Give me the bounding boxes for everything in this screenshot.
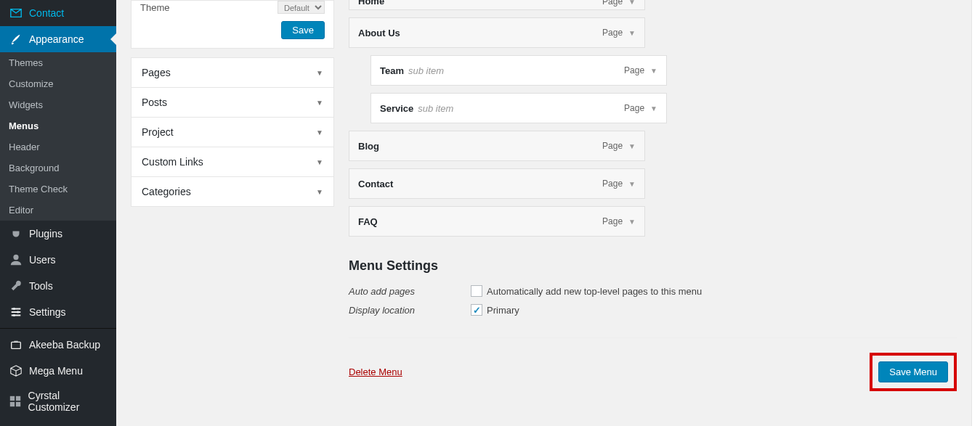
sidebar-item-cyrstal[interactable]: Cyrstal Customizer bbox=[0, 384, 116, 419]
svg-rect-7 bbox=[10, 402, 15, 406]
caret-down-icon[interactable]: ▼ bbox=[628, 29, 636, 37]
menu-item-home[interactable]: Home Page▼ bbox=[349, 0, 645, 10]
menu-item-title: FAQ bbox=[358, 216, 378, 227]
accordion-label: Pages bbox=[142, 67, 171, 78]
delete-menu-link[interactable]: Delete Menu bbox=[349, 366, 402, 377]
menu-item-subtext: sub item bbox=[408, 65, 444, 76]
accordion-pages[interactable]: Pages ▼ bbox=[131, 58, 333, 87]
sidebar-label-akeeba: Akeeba Backup bbox=[29, 339, 100, 351]
menu-structure: Home Page▼ About Us Page▼ Teamsub item P… bbox=[349, 0, 957, 237]
accordion-label: Project bbox=[142, 126, 174, 138]
sidebar-item-contact[interactable]: Contact bbox=[0, 0, 116, 26]
svg-rect-8 bbox=[16, 402, 20, 406]
theme-select[interactable]: Default bbox=[278, 1, 325, 14]
sidebar-sub-widgets[interactable]: Widgets bbox=[0, 94, 116, 115]
sidebar-item-akeeba[interactable]: Akeeba Backup bbox=[0, 332, 116, 358]
menu-item-title: Contact bbox=[358, 179, 393, 189]
page-edge bbox=[971, 0, 980, 426]
sidebar-label-cyrstal: Cyrstal Customizer bbox=[28, 390, 108, 413]
caret-down-icon[interactable]: ▼ bbox=[628, 180, 636, 188]
backup-icon bbox=[9, 337, 23, 352]
caret-down-icon[interactable]: ▼ bbox=[628, 142, 636, 150]
caret-down-icon: ▼ bbox=[316, 128, 323, 136]
wrench-icon bbox=[9, 279, 23, 293]
theme-box: Theme Default Save bbox=[131, 0, 334, 49]
sidebar-sub-header[interactable]: Header bbox=[0, 136, 116, 157]
sidebar-sub-background[interactable]: Background bbox=[0, 157, 116, 179]
caret-down-icon[interactable]: ▼ bbox=[650, 105, 657, 112]
sidebar-sub-themes[interactable]: Themes bbox=[0, 52, 116, 73]
save-menu-button[interactable]: Save Menu bbox=[878, 361, 948, 382]
svg-point-2 bbox=[17, 311, 20, 314]
svg-rect-4 bbox=[12, 342, 21, 348]
accordion-project[interactable]: Project ▼ bbox=[131, 118, 333, 147]
caret-down-icon: ▼ bbox=[316, 158, 323, 166]
menu-item-subtext: sub item bbox=[418, 103, 453, 114]
display-location-text: Primary bbox=[487, 305, 519, 316]
sidebar-label-users: Users bbox=[29, 254, 56, 266]
menu-item-aboutus[interactable]: About Us Page▼ bbox=[349, 17, 645, 48]
save-menu-highlight: Save Menu bbox=[870, 353, 957, 391]
menu-item-contact[interactable]: Contact Page▼ bbox=[349, 168, 645, 199]
sidebar-sub-customize[interactable]: Customize bbox=[0, 73, 116, 94]
sidebar-sub-menus[interactable]: Menus bbox=[0, 115, 116, 136]
sidebar-item-appearance[interactable]: Appearance bbox=[0, 26, 116, 52]
menu-item-type: Page bbox=[602, 141, 623, 151]
menu-item-title: Blog bbox=[358, 141, 379, 152]
menu-item-service[interactable]: Servicesub item Page▼ bbox=[370, 93, 667, 123]
menu-item-type: Page bbox=[602, 216, 623, 226]
save-button[interactable]: Save bbox=[281, 21, 325, 39]
menu-item-team[interactable]: Teamsub item Page▼ bbox=[370, 55, 667, 86]
caret-down-icon[interactable]: ▼ bbox=[650, 67, 657, 75]
caret-down-icon[interactable]: ▼ bbox=[628, 218, 636, 226]
menu-item-title: Service bbox=[380, 103, 413, 114]
menu-item-title: Team bbox=[380, 65, 404, 76]
accordion-posts[interactable]: Posts ▼ bbox=[131, 88, 333, 117]
auto-add-checkbox[interactable] bbox=[471, 285, 482, 297]
admin-sidebar: Contact Appearance Themes Customize Widg… bbox=[0, 0, 116, 426]
accordion-label: Custom Links bbox=[142, 156, 203, 168]
sidebar-label-contact: Contact bbox=[29, 7, 64, 19]
menu-item-title: About Us bbox=[358, 28, 400, 38]
sidebar-item-megamenu[interactable]: Mega Menu bbox=[0, 358, 116, 384]
grid-icon bbox=[9, 394, 23, 409]
sidebar-item-users[interactable]: Users bbox=[0, 247, 116, 273]
add-items-accordion: Pages ▼ Posts ▼ Project ▼ bbox=[131, 57, 334, 207]
menu-item-type: Page bbox=[602, 28, 623, 38]
menu-footer: Delete Menu Save Menu bbox=[349, 337, 957, 391]
sidebar-label-tools: Tools bbox=[29, 280, 53, 292]
caret-down-icon: ▼ bbox=[316, 188, 323, 196]
caret-down-icon: ▼ bbox=[316, 69, 323, 77]
auto-add-label: Auto add pages bbox=[349, 286, 471, 297]
sidebar-sub-editor[interactable]: Editor bbox=[0, 200, 116, 221]
main-content: Theme Default Save Pages ▼ bbox=[116, 0, 971, 426]
display-primary-checkbox[interactable] bbox=[471, 304, 482, 316]
cube-icon bbox=[9, 364, 23, 378]
menu-item-faq[interactable]: FAQ Page▼ bbox=[349, 206, 645, 237]
sidebar-label-megamenu: Mega Menu bbox=[29, 365, 83, 377]
menu-settings: Menu Settings Auto add pages Automatical… bbox=[349, 258, 957, 316]
sidebar-item-plugins[interactable]: Plugins bbox=[0, 221, 116, 247]
caret-down-icon[interactable]: ▼ bbox=[628, 0, 636, 6]
sidebar-item-settings[interactable]: Settings bbox=[0, 299, 116, 325]
menu-settings-heading: Menu Settings bbox=[349, 258, 957, 274]
accordion-label: Posts bbox=[142, 97, 167, 108]
menu-item-type: Page bbox=[602, 179, 623, 189]
svg-rect-6 bbox=[16, 396, 20, 401]
sidebar-item-tools[interactable]: Tools bbox=[0, 273, 116, 299]
menu-item-type: Page bbox=[624, 103, 644, 113]
svg-point-1 bbox=[13, 308, 16, 311]
svg-point-0 bbox=[13, 255, 18, 260]
sidebar-submenu-appearance: Themes Customize Widgets Menus Header Ba… bbox=[0, 52, 116, 221]
menu-item-blog[interactable]: Blog Page▼ bbox=[349, 131, 645, 161]
svg-point-3 bbox=[13, 314, 16, 317]
sidebar-item-metaslider[interactable]: Meta Slider bbox=[0, 419, 116, 426]
sidebar-label-plugins: Plugins bbox=[29, 228, 62, 239]
sidebar-sub-themecheck[interactable]: Theme Check bbox=[0, 179, 116, 200]
sliders-icon bbox=[9, 305, 23, 319]
display-location-label: Display location bbox=[349, 305, 471, 316]
plug-icon bbox=[9, 226, 23, 241]
accordion-categories[interactable]: Categories ▼ bbox=[131, 177, 333, 206]
accordion-customlinks[interactable]: Custom Links ▼ bbox=[131, 147, 333, 176]
theme-label: Theme bbox=[140, 2, 169, 13]
